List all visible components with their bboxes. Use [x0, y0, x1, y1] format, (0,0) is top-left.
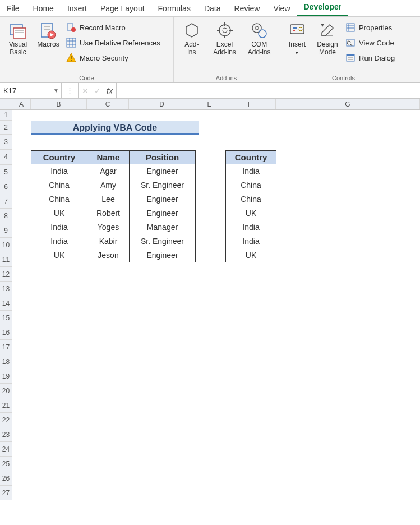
- col-header-c[interactable]: C: [87, 99, 129, 109]
- col-header-g[interactable]: G: [276, 99, 420, 109]
- row-header[interactable]: 25: [0, 457, 12, 471]
- table-cell[interactable]: Amy: [87, 178, 130, 192]
- row-header[interactable]: 5: [0, 165, 12, 179]
- tab-file[interactable]: File: [0, 1, 26, 16]
- row-header[interactable]: 1: [0, 110, 12, 121]
- table-cell[interactable]: India: [31, 220, 87, 234]
- col-header-a[interactable]: A: [12, 99, 31, 109]
- table-cell[interactable]: Engineer: [130, 248, 196, 262]
- addins-button[interactable]: Add- ins: [177, 19, 206, 73]
- chevron-down-icon[interactable]: ▼: [53, 88, 59, 94]
- record-macro-button[interactable]: Record Macro: [64, 20, 163, 35]
- row-header[interactable]: 27: [0, 486, 12, 500]
- svg-marker-18: [186, 24, 197, 37]
- table-cell[interactable]: India: [226, 220, 276, 234]
- table-cell[interactable]: Jeson: [87, 248, 130, 262]
- table-cell[interactable]: UK: [31, 248, 87, 262]
- insert-control-button[interactable]: Insert▾: [283, 19, 312, 73]
- row-header[interactable]: 22: [0, 413, 12, 427]
- row-header[interactable]: 18: [0, 354, 12, 369]
- tab-developer[interactable]: Developer: [297, 0, 349, 16]
- row-header[interactable]: 12: [0, 267, 12, 282]
- row-header[interactable]: 6: [0, 179, 12, 194]
- row-header[interactable]: 15: [0, 311, 12, 325]
- select-all-corner[interactable]: [0, 99, 12, 109]
- row-header[interactable]: 26: [0, 471, 12, 486]
- table-cell[interactable]: China: [226, 192, 276, 206]
- row-header[interactable]: 23: [0, 427, 12, 442]
- col-header-e[interactable]: E: [195, 99, 224, 109]
- enter-formula-button[interactable]: ✓: [94, 86, 101, 95]
- table-cell[interactable]: India: [226, 234, 276, 248]
- table-cell[interactable]: Sr. Engineer: [130, 234, 196, 248]
- formula-input[interactable]: [117, 83, 420, 98]
- table-cell[interactable]: India: [226, 164, 276, 178]
- row-header[interactable]: 20: [0, 384, 12, 398]
- com-addins-button[interactable]: COM Add-ins: [243, 19, 275, 73]
- cancel-formula-button[interactable]: ✕: [82, 86, 89, 95]
- cells-area[interactable]: Applying VBA Code CountryNamePosition In…: [12, 110, 420, 500]
- tab-page-layout[interactable]: Page Layout: [94, 1, 151, 16]
- tab-insert[interactable]: Insert: [61, 1, 94, 16]
- table-header[interactable]: Country: [31, 151, 87, 164]
- table-cell[interactable]: Engineer: [130, 192, 196, 206]
- tab-data[interactable]: Data: [197, 1, 228, 16]
- table-header[interactable]: Name: [87, 151, 130, 164]
- excel-addins-button[interactable]: Excel Add-ins: [209, 19, 241, 73]
- table-cell[interactable]: UK: [31, 206, 87, 220]
- row-header[interactable]: 17: [0, 340, 12, 354]
- row-header[interactable]: 13: [0, 282, 12, 296]
- col-header-b[interactable]: B: [31, 99, 87, 109]
- table-cell[interactable]: Agar: [87, 164, 130, 178]
- row-header[interactable]: 14: [0, 296, 12, 311]
- col-header-f[interactable]: F: [224, 99, 276, 109]
- tab-formulas[interactable]: Formulas: [151, 1, 197, 16]
- visual-basic-button[interactable]: Visual Basic: [3, 19, 33, 73]
- row-header[interactable]: 10: [0, 238, 12, 252]
- title-cell[interactable]: Applying VBA Code: [31, 121, 199, 135]
- table-cell[interactable]: India: [31, 164, 87, 178]
- macros-button[interactable]: Macros: [34, 19, 63, 73]
- table-header[interactable]: Country: [226, 151, 276, 164]
- table-cell[interactable]: UK: [226, 248, 276, 262]
- name-box[interactable]: K17 ▼: [0, 83, 62, 98]
- table-cell[interactable]: UK: [226, 206, 276, 220]
- tab-review[interactable]: Review: [228, 1, 267, 16]
- tab-home[interactable]: Home: [26, 1, 61, 16]
- table-cell[interactable]: Kabir: [87, 234, 130, 248]
- table-cell[interactable]: Sr. Engineer: [130, 178, 196, 192]
- row-header[interactable]: 11: [0, 252, 12, 267]
- row-header[interactable]: 24: [0, 442, 12, 457]
- col-header-d[interactable]: D: [129, 99, 195, 109]
- macro-security-button[interactable]: ! Macro Security: [64, 50, 163, 65]
- row-header[interactable]: 3: [0, 135, 12, 150]
- design-mode-button[interactable]: Design Mode: [313, 19, 342, 73]
- table-cell[interactable]: Lee: [87, 192, 130, 206]
- fx-button[interactable]: fx: [107, 86, 113, 95]
- table-cell[interactable]: China: [31, 192, 87, 206]
- row-header[interactable]: 9: [0, 223, 12, 238]
- run-dialog-button[interactable]: Run Dialog: [343, 50, 397, 65]
- table-cell[interactable]: China: [226, 178, 276, 192]
- table-cell[interactable]: China: [31, 178, 87, 192]
- table-header[interactable]: Position: [130, 151, 196, 164]
- table-cell[interactable]: Engineer: [130, 206, 196, 220]
- row-header[interactable]: 21: [0, 398, 12, 413]
- view-code-button[interactable]: View Code: [343, 35, 397, 50]
- table-cell[interactable]: Yoges: [87, 220, 130, 234]
- tab-view[interactable]: View: [266, 1, 297, 16]
- table-cell[interactable]: India: [31, 234, 87, 248]
- row-header[interactable]: 19: [0, 369, 12, 384]
- row-header[interactable]: 8: [0, 209, 12, 223]
- table-row: IndiaKabirSr. Engineer: [31, 234, 196, 248]
- row-header[interactable]: 2: [0, 121, 12, 135]
- row-header[interactable]: 16: [0, 325, 12, 340]
- table-cell[interactable]: Robert: [87, 206, 130, 220]
- row-header[interactable]: 7: [0, 194, 12, 209]
- table-cell[interactable]: Engineer: [130, 164, 196, 178]
- properties-button[interactable]: Properties: [343, 20, 397, 35]
- row-header[interactable]: 4: [0, 150, 12, 165]
- table-cell[interactable]: Manager: [130, 220, 196, 234]
- use-relative-references-button[interactable]: Use Relative References: [64, 35, 163, 50]
- table-row: UK: [226, 248, 276, 262]
